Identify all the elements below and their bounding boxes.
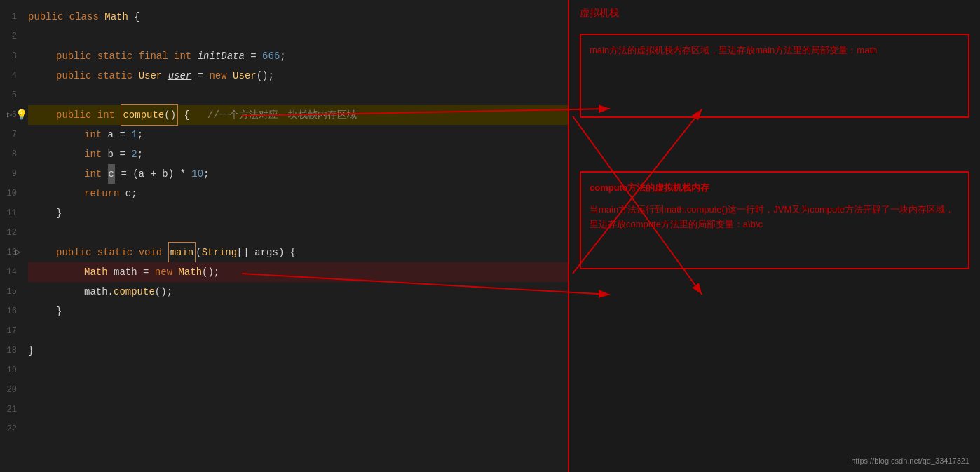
code-content: public class Math { public static final … [21,7,568,380]
annotation-box-compute: compute方法的虚拟机栈内存 当main方法运行到math.compute(… [580,171,969,269]
code-line-math-init: Math math = new Math(); [28,262,568,282]
line-numbers: 1 2 3 4 5 6 7 8 9 10 11 12 13 14 15 16 1… [0,7,21,439]
code-line: public class Math { [28,7,568,27]
code-line: int c = (a + b) * 10; [28,164,568,184]
code-line [28,86,568,105]
code-line: } [28,203,568,223]
breakpoint-icon: 💡 [15,105,27,125]
code-line: } [28,341,568,360]
annotation-box-main-text: main方法的虚拟机栈内存区域，里边存放main方法里的局部变量：math [590,43,960,58]
code-line: int b = 2; [28,144,568,164]
code-line: public static User user = new User(); [28,66,568,86]
code-line [28,27,568,46]
code-line [28,321,568,341]
code-panel: 1 2 3 4 5 6 7 8 9 10 11 12 13 14 15 16 1… [0,0,568,472]
annotation-box-main: main方法的虚拟机栈内存区域，里边存放main方法里的局部变量：math [580,34,969,118]
code-line [28,223,568,243]
code-line-main: ▷ public static void main(String[] args)… [28,243,568,262]
code-line: public static final int initData = 666; [28,46,568,66]
gutter-arrow: ▷ [7,105,12,125]
main-method-box: main [168,242,196,263]
code-line: return c; [28,184,568,203]
compute-method-box: compute() [121,104,178,126]
panel-title: 虚拟机栈 [569,0,980,27]
annotation-box-compute-title: compute方法的虚拟机栈内存 [590,181,960,196]
code-line: int a = 1; [28,125,568,144]
annotation-panel: 虚拟机栈 main方法的虚拟机栈内存区域，里边存放main方法里的局部变量：ma… [568,0,980,472]
annotation-box-compute-text: 当main方法运行到math.compute()这一行时，JVM又为comput… [590,203,960,232]
code-line-compute: 💡 ▷ public int compute() { //一个方法对应一块栈帧内… [28,105,568,125]
code-line: } [28,302,568,321]
code-line: math.compute(); [28,282,568,302]
gutter-arrow2: ▷ [15,243,20,262]
blog-url: https://blog.csdn.net/qq_33417321 [851,457,969,465]
code-line [28,360,568,380]
